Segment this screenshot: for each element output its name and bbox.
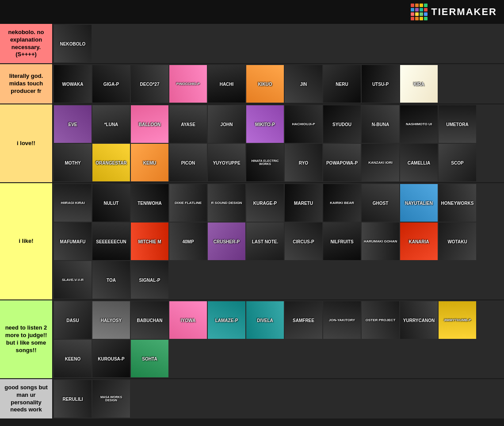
list-item[interactable]: UMETORA (439, 105, 476, 143)
list-item[interactable]: 40MP (169, 223, 207, 260)
list-item[interactable]: JIMMYTHUMB-P (439, 301, 476, 339)
list-item[interactable]: WOTAKU (439, 223, 476, 260)
list-item[interactable]: KEMU (131, 144, 168, 181)
list-item[interactable]: KUROUSA-P (92, 340, 130, 377)
list-item[interactable]: CAMELLIA (400, 144, 438, 181)
item-name-label: HARUMAKI GOHAN (363, 239, 397, 243)
item-name-label: TOA (94, 277, 128, 282)
list-item[interactable]: SLAVE.V-V-R (54, 261, 92, 299)
list-item[interactable]: KURAGE-P (246, 184, 284, 222)
list-item[interactable]: KEENO (54, 340, 92, 377)
item-name-label: NEKOBOLO (56, 41, 90, 46)
list-item[interactable]: HINATA ELECTRIC WORKS (246, 144, 284, 181)
list-item[interactable]: DIXIE FLATLINE (169, 184, 207, 222)
list-item[interactable]: IYOWA (169, 301, 207, 339)
list-item[interactable]: HALYOSY (92, 301, 130, 339)
item-name-label: HACHIOUJI-P (286, 122, 321, 126)
list-item[interactable]: CIRCUS-P (285, 223, 322, 260)
list-item[interactable]: DECO*27 (131, 65, 168, 103)
item-name-label: POWAPOWA-P (325, 160, 359, 165)
list-item[interactable]: LAMAZE-P (208, 301, 245, 339)
list-item[interactable]: ORANGESTAR (92, 144, 130, 181)
tier-items-ntl: DASUHALYOSYBABUCHANIYOWALAMAZE-PDIVELASA… (53, 300, 504, 378)
item-name-label: MASA WORKS DESIGN (94, 395, 128, 402)
item-name-label: HACHI (210, 81, 244, 86)
list-item[interactable]: NILFRUITS (323, 223, 361, 260)
list-item[interactable]: MIKITO-P (246, 105, 284, 143)
list-item[interactable]: DASU (54, 301, 92, 339)
list-item[interactable]: MASA WORKS DESIGN (92, 380, 130, 418)
list-item[interactable]: NASHIMOTO UI (400, 105, 438, 143)
item-name-label: EVE (56, 122, 90, 127)
item-name-label: DIXIE FLATLINE (171, 201, 205, 205)
list-item[interactable]: RERULILI (54, 380, 92, 418)
list-item[interactable]: *LUNA (92, 105, 130, 143)
list-item[interactable]: LAST NOTE. (246, 223, 284, 260)
list-item[interactable]: GIGA-P (92, 65, 130, 103)
list-item[interactable]: UTSU-P (362, 65, 399, 103)
item-name-label: DECO*27 (133, 81, 167, 86)
list-item[interactable]: CRUSHER-P (208, 223, 245, 260)
list-item[interactable]: BALLOON (131, 105, 168, 143)
list-item[interactable]: MOTHY (54, 144, 92, 181)
list-item[interactable]: JOHN (208, 105, 245, 143)
list-item[interactable]: POWAPOWA-P (323, 144, 361, 181)
list-item[interactable]: AYASE (169, 105, 207, 143)
item-name-label: TENIWOHA (133, 200, 167, 205)
list-item[interactable]: JON-YAKITORY (323, 301, 361, 339)
list-item[interactable]: BABUCHAN (131, 301, 168, 339)
list-item[interactable]: KIKUO (246, 65, 284, 103)
list-item[interactable]: MARETU (285, 184, 322, 222)
list-item[interactable]: GHOST (362, 184, 399, 222)
item-name-label: R SOUND DESIGN (210, 201, 244, 205)
item-name-label: NERU (325, 81, 359, 86)
list-item[interactable]: SCOP (439, 144, 476, 181)
list-item[interactable]: HIIRAGI KIRAI (54, 184, 92, 222)
list-item[interactable]: YURRYCANON (400, 301, 438, 339)
list-item[interactable]: MAFUMAFU (54, 223, 92, 260)
list-item[interactable]: KANZAKI IORI (362, 144, 399, 181)
list-item[interactable]: HONEYWORKS (439, 184, 476, 222)
item-name-label: 40MP (171, 239, 205, 244)
list-item[interactable]: SAMFREE (285, 301, 322, 339)
item-name-label: MITCHIE M (133, 239, 167, 244)
list-item[interactable]: NULUT (92, 184, 130, 222)
item-name-label: MIKITO-P (248, 122, 282, 127)
item-name-label: PICON (171, 160, 205, 165)
list-item[interactable]: NERU (323, 65, 361, 103)
list-item[interactable]: PINOCCHIO-P (169, 65, 207, 103)
list-item[interactable]: HACHIOUJI-P (285, 105, 322, 143)
tier-label-s3: literally god. midas touch producer fr (0, 64, 53, 104)
list-item[interactable]: TENIWOHA (131, 184, 168, 222)
list-item[interactable]: OSTER PROJECT (362, 301, 399, 339)
list-item[interactable]: JIN (285, 65, 322, 103)
item-name-label: KANARIA (402, 239, 436, 244)
list-item[interactable]: SOHTA (131, 340, 168, 377)
list-item[interactable]: KIRA (400, 65, 438, 103)
list-item[interactable]: NAYUTALIEN (400, 184, 438, 222)
list-item[interactable]: EVE (54, 105, 92, 143)
list-item[interactable]: N-BUNA (362, 105, 399, 143)
list-item[interactable]: SIGNAL-P (131, 261, 168, 299)
list-item[interactable]: TOA (92, 261, 130, 299)
list-item[interactable]: MITCHIE M (131, 223, 168, 260)
list-item[interactable]: RYO (285, 144, 322, 181)
list-item[interactable]: KAIRIKI BEAR (323, 184, 361, 222)
list-item[interactable]: NEKOBOLO (54, 25, 92, 62)
list-item[interactable]: HACHI (208, 65, 245, 103)
list-item[interactable]: SYUDOU (323, 105, 361, 143)
list-item[interactable]: SEEEEEECUN (92, 223, 130, 260)
list-item[interactable]: DIVELA (246, 301, 284, 339)
item-name-label: N-BUNA (363, 122, 397, 127)
header: TIERMAKER (0, 0, 504, 24)
list-item[interactable]: WOWAKA (54, 65, 92, 103)
item-name-label: WOWAKA (56, 81, 90, 86)
list-item[interactable]: YUYOYUPPE (208, 144, 245, 181)
logo: TIERMAKER (411, 4, 497, 20)
list-item[interactable]: KANARIA (400, 223, 438, 260)
list-item[interactable]: PICON (169, 144, 207, 181)
list-item[interactable]: R SOUND DESIGN (208, 184, 245, 222)
list-item[interactable]: HARUMAKI GOHAN (362, 223, 399, 260)
app-container: TIERMAKER nekobolo. no explanation neces… (0, 0, 504, 419)
item-name-label: KAIRIKI BEAR (325, 201, 359, 205)
